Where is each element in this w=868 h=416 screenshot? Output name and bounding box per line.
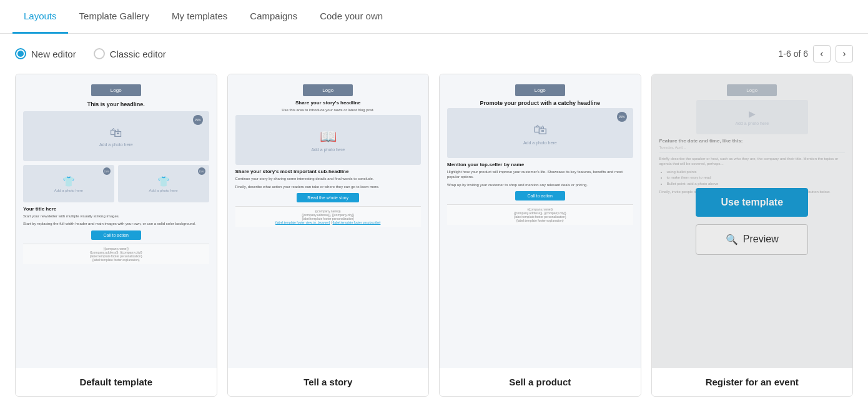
new-editor-radio[interactable] bbox=[15, 48, 26, 59]
use-template-button-default[interactable]: Use template bbox=[60, 188, 172, 217]
classic-editor-option[interactable]: Classic editor bbox=[94, 48, 166, 59]
nav-tab-code-your-own[interactable]: Code your own bbox=[308, 0, 394, 34]
card-preview-default: Use template 🔍 Preview Logo This is your… bbox=[16, 74, 217, 368]
card-label-event: Register for an event bbox=[652, 368, 853, 396]
pagination: 1-6 of 6 ‹ › bbox=[779, 45, 853, 62]
preview-button-event[interactable]: 🔍 Preview bbox=[696, 224, 808, 255]
prev-page-button[interactable]: ‹ bbox=[813, 45, 831, 62]
cards-container: Use template 🔍 Preview Logo This is your… bbox=[0, 74, 868, 397]
card-sell-a-product[interactable]: Use template 🔍 Preview Logo Promote your… bbox=[439, 74, 641, 397]
card-register-event[interactable]: Use template 🔍 Preview Logo ▶ Add a phot… bbox=[651, 74, 854, 397]
use-template-button-product[interactable]: Use template bbox=[484, 188, 596, 217]
preview-button-default[interactable]: 🔍 Preview bbox=[60, 224, 172, 255]
card-default-template[interactable]: Use template 🔍 Preview Logo This is your… bbox=[15, 74, 217, 397]
card-label-story: Tell a story bbox=[228, 368, 429, 396]
new-editor-option[interactable]: New editor bbox=[15, 48, 76, 59]
nav-bar: Layouts Template Gallery My templates Ca… bbox=[0, 0, 868, 34]
card-preview-story: Use template 🔍 Preview Logo Share your s… bbox=[228, 74, 429, 368]
preview-icon-event: 🔍 bbox=[726, 234, 738, 245]
pagination-label: 1-6 of 6 bbox=[779, 49, 808, 59]
card-label-product: Sell a product bbox=[440, 368, 641, 396]
new-editor-label: New editor bbox=[31, 49, 76, 59]
nav-tab-campaigns[interactable]: Campaigns bbox=[239, 0, 308, 34]
preview-icon-product: 🔍 bbox=[513, 234, 526, 245]
card-label-default: Default template bbox=[16, 368, 217, 396]
preview-button-story[interactable]: 🔍 Preview bbox=[272, 224, 384, 255]
card-tell-a-story[interactable]: Use template 🔍 Preview Logo Share your s… bbox=[227, 74, 430, 397]
nav-tab-template-gallery[interactable]: Template Gallery bbox=[68, 0, 161, 34]
nav-tab-layouts[interactable]: Layouts bbox=[12, 0, 68, 34]
preview-button-product[interactable]: 🔍 Preview bbox=[484, 224, 596, 255]
card-preview-event: Use template 🔍 Preview Logo ▶ Add a phot… bbox=[652, 74, 853, 368]
next-page-button[interactable]: › bbox=[836, 45, 853, 62]
toolbar: New editor Classic editor 1-6 of 6 ‹ › bbox=[0, 34, 868, 74]
preview-icon-default: 🔍 bbox=[89, 234, 102, 245]
classic-editor-label: Classic editor bbox=[110, 49, 166, 59]
use-template-button-story[interactable]: Use template bbox=[272, 188, 384, 217]
card-preview-product: Use template 🔍 Preview Logo Promote your… bbox=[440, 74, 641, 368]
editor-options: New editor Classic editor bbox=[15, 48, 166, 59]
classic-editor-radio[interactable] bbox=[94, 48, 105, 59]
nav-tab-my-templates[interactable]: My templates bbox=[160, 0, 239, 34]
use-template-button-event[interactable]: Use template bbox=[696, 188, 808, 217]
preview-icon-story: 🔍 bbox=[302, 234, 314, 245]
card-overlay-event: Use template 🔍 Preview bbox=[652, 74, 853, 368]
